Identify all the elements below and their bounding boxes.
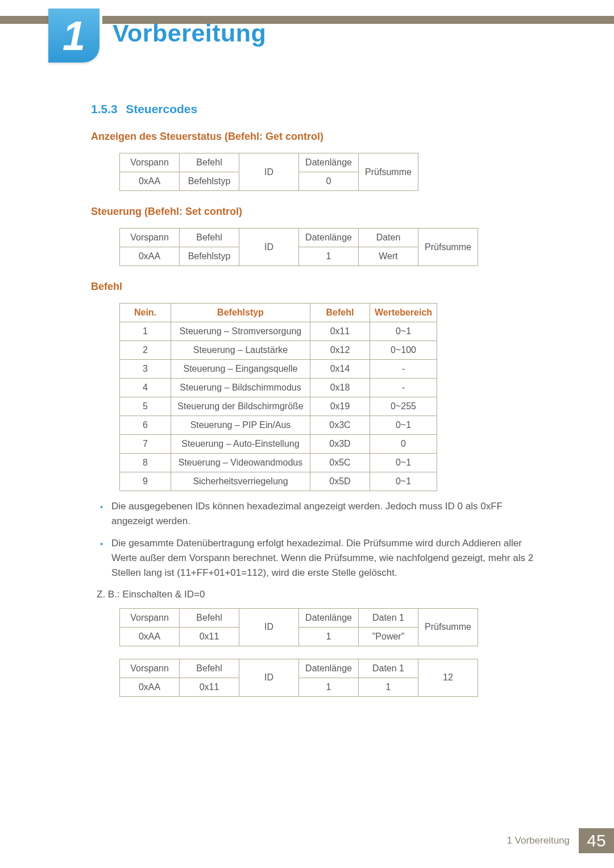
cell: ID — [239, 659, 299, 696]
cell: 0x11 — [310, 322, 370, 341]
cell: 0 — [370, 435, 437, 454]
section-number: 1.5.3 — [91, 102, 118, 115]
table-row: 3Steuerung – Eingangsquelle0x14- — [120, 360, 437, 379]
cell: Steuerung – Bildschirmmodus — [171, 379, 310, 397]
cell: 0 — [299, 172, 359, 191]
cell: 0x18 — [310, 379, 370, 397]
cell: - — [370, 360, 437, 379]
table-row: Vorspann Befehl ID Datenlänge Daten 1 Pr… — [120, 608, 478, 627]
cell: 0xAA — [120, 627, 180, 646]
chapter-badge: 1 — [48, 9, 99, 63]
footer: 1 Vorbereitung 45 — [497, 828, 614, 853]
section-title: Steuercodes — [126, 102, 197, 115]
table-row: 6Steuerung – PIP Ein/Aus0x3C0~1 — [120, 416, 437, 435]
cell: 1 — [120, 322, 171, 341]
section-heading: 1.5.3 Steuercodes — [91, 102, 540, 116]
chapter-title: Vorbereitung — [113, 19, 266, 47]
cell: Steuerung – Auto-Einstellung — [171, 435, 310, 454]
sub-heading-befehl: Befehl — [91, 281, 540, 293]
cell: Vorspann — [120, 153, 180, 172]
cell: ID — [239, 608, 299, 646]
cell: ID — [239, 229, 299, 266]
cell: Steuerung der Bildschirmgröße — [171, 397, 310, 416]
cell: Prüfsumme — [418, 229, 478, 266]
cell: Daten — [359, 229, 418, 247]
table-row: 1Steuerung – Stromversorgung0x110~1 — [120, 322, 437, 341]
cell: 0x14 — [310, 360, 370, 379]
header-cell: Befehlstyp — [171, 304, 310, 322]
table-row: 2Steuerung – Lautstärke0x120~100 — [120, 341, 437, 360]
cell: Befehl — [180, 153, 239, 172]
table-row: 5Steuerung der Bildschirmgröße0x190~255 — [120, 397, 437, 416]
cell: 0x11 — [180, 627, 239, 646]
table-row: 8Steuerung – Videowandmodus0x5C0~1 — [120, 454, 437, 472]
cell: 0x5C — [310, 454, 370, 472]
example-text: Z. B.: Einschalten & ID=0 — [97, 589, 540, 600]
table-header-row: Nein. Befehlstyp Befehl Wertebereich — [120, 304, 437, 322]
cell: Datenlänge — [299, 229, 359, 247]
cell: Datenlänge — [299, 153, 359, 172]
table-get-control: Vorspann Befehl ID Datenlänge Prüfsumme … — [119, 153, 418, 191]
cell: Steuerung – PIP Ein/Aus — [171, 416, 310, 435]
cell: 4 — [120, 379, 171, 397]
cell: 0~1 — [370, 416, 437, 435]
cell: Prüfsumme — [359, 153, 418, 191]
cell: Befehl — [180, 659, 239, 678]
sub-heading-set-control: Steuerung (Befehl: Set control) — [91, 206, 540, 218]
cell: 0x12 — [310, 341, 370, 360]
cell: 0~1 — [370, 472, 437, 491]
notes-list: Die ausgegebenen IDs können hexadezimal … — [97, 499, 540, 581]
cell: 0xAA — [120, 172, 180, 191]
cell: Steuerung – Stromversorgung — [171, 322, 310, 341]
header-cell: Nein. — [120, 304, 171, 322]
cell: 7 — [120, 435, 171, 454]
cell: 6 — [120, 416, 171, 435]
cell: Steuerung – Lautstärke — [171, 341, 310, 360]
list-item: Die ausgegebenen IDs können hexadezimal … — [97, 499, 540, 529]
cell: 3 — [120, 360, 171, 379]
header-cell: Befehl — [310, 304, 370, 322]
list-item: Die gesammte Datenübertragung erfolgt he… — [97, 536, 540, 581]
cell: 9 — [120, 472, 171, 491]
sub-heading-get-control: Anzeigen des Steuerstatus (Befehl: Get c… — [91, 131, 540, 143]
cell: Steuerung – Videowandmodus — [171, 454, 310, 472]
cell: Vorspann — [120, 659, 180, 678]
cell: "Power" — [359, 627, 418, 646]
cell: 5 — [120, 397, 171, 416]
table-row: Vorspann Befehl ID Datenlänge Prüfsumme — [120, 153, 418, 172]
cell: 0x11 — [180, 678, 239, 696]
cell: Sicherheitsverriegelung — [171, 472, 310, 491]
table-row: Vorspann Befehl ID Datenlänge Daten Prüf… — [120, 229, 478, 247]
cell: Vorspann — [120, 608, 180, 627]
table-row: 9Sicherheitsverriegelung0x5D0~1 — [120, 472, 437, 491]
cell: Befehl — [180, 608, 239, 627]
header-cell: Wertebereich — [370, 304, 437, 322]
cell: 1 — [299, 678, 359, 696]
table-set-control: Vorspann Befehl ID Datenlänge Daten Prüf… — [119, 228, 478, 266]
cell: 0~100 — [370, 341, 437, 360]
content-area: 1.5.3 Steuercodes Anzeigen des Steuersta… — [91, 102, 540, 701]
cell: 0x3D — [310, 435, 370, 454]
cell: Daten 1 — [359, 608, 418, 627]
chapter-number: 1 — [63, 15, 85, 56]
table-row: 4Steuerung – Bildschirmmodus0x18- — [120, 379, 437, 397]
cell: - — [370, 379, 437, 397]
cell: 1 — [359, 678, 418, 696]
cell: 0~1 — [370, 322, 437, 341]
cell: 1 — [299, 247, 359, 266]
footer-page-number: 45 — [579, 828, 614, 853]
cell: Datenlänge — [299, 608, 359, 627]
cell: 1 — [299, 627, 359, 646]
cell: 0~255 — [370, 397, 437, 416]
footer-text: 1 Vorbereitung — [497, 828, 579, 853]
cell: Prüfsumme — [418, 608, 478, 646]
cell: ID — [239, 153, 299, 191]
cell: Vorspann — [120, 229, 180, 247]
cell: 0xAA — [120, 247, 180, 266]
cell: 0x3C — [310, 416, 370, 435]
table-example-1: Vorspann Befehl ID Datenlänge Daten 1 Pr… — [119, 608, 478, 646]
cell: 0x5D — [310, 472, 370, 491]
cell: Datenlänge — [299, 659, 359, 678]
cell: Daten 1 — [359, 659, 418, 678]
cell: Befehlstyp — [180, 172, 239, 191]
